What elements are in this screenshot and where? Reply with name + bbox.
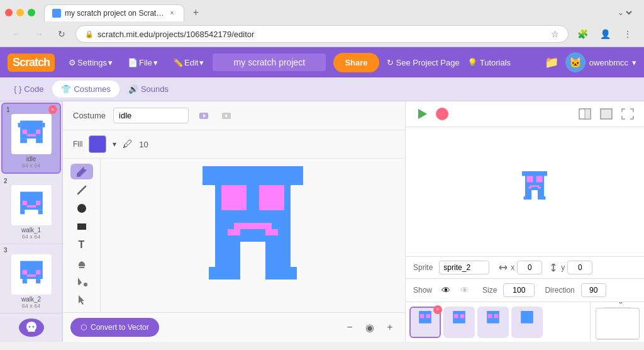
- sprite-number-3: 3: [4, 247, 8, 254]
- preview-area: [406, 127, 644, 256]
- convert-label: Convert to Vector: [91, 323, 149, 332]
- zoom-reset-button[interactable]: ◉: [362, 320, 377, 335]
- svg-rect-1: [22, 130, 26, 134]
- logo-text: Scratch: [13, 56, 50, 69]
- fill-dropdown[interactable]: ▾: [113, 140, 116, 149]
- editor-content: 1 ×: [0, 101, 644, 342]
- large-stage-icon: [600, 108, 613, 120]
- prev-costume-button[interactable]: [196, 108, 211, 123]
- stamp-tool[interactable]: [70, 255, 93, 271]
- see-project-label: See Project Page: [396, 58, 460, 67]
- edit-menu[interactable]: ✏️ Edit ▾: [167, 54, 210, 71]
- code-tab-label: Code: [24, 84, 43, 94]
- select-tool[interactable]: [70, 291, 93, 307]
- drawing-canvas[interactable]: [146, 159, 360, 312]
- bottom-sprite-4[interactable]: [511, 307, 543, 338]
- window-maximize[interactable]: [28, 9, 35, 16]
- small-stage-button[interactable]: [576, 105, 594, 123]
- bottom-delete-1[interactable]: ×: [433, 305, 442, 314]
- see-project-button[interactable]: ↻ See Project Page: [387, 58, 460, 67]
- svg-point-30: [84, 283, 87, 286]
- convert-to-vector-button[interactable]: ⬡ Convert to Vector: [70, 318, 159, 337]
- bottom-sprite-2[interactable]: [443, 307, 475, 338]
- bottom-sprite-3[interactable]: [477, 307, 509, 338]
- bottom-sprite-thumb-1: [414, 311, 436, 334]
- fill-color-picker[interactable]: [89, 135, 106, 153]
- forward-button[interactable]: →: [30, 25, 48, 43]
- refresh-button[interactable]: ↻: [53, 25, 70, 43]
- sprite-name-field[interactable]: [439, 261, 489, 274]
- costume-name-input[interactable]: [113, 108, 189, 123]
- browser-dropdown[interactable]: ⌄: [615, 8, 634, 18]
- play-button[interactable]: [413, 105, 431, 123]
- add-costume-button[interactable]: [19, 319, 44, 337]
- bookmark-icon[interactable]: ☆: [551, 29, 559, 39]
- tutorials-button[interactable]: 💡 Tutorials: [467, 58, 511, 67]
- tutorials-label: Tutorials: [480, 58, 511, 67]
- share-button[interactable]: Share: [333, 53, 379, 72]
- direction-label: Direction: [545, 286, 574, 295]
- y-field[interactable]: [567, 261, 592, 274]
- browser-tab[interactable]: my scratch project on Scrat… ×: [44, 4, 184, 21]
- svg-rect-12: [20, 210, 25, 214]
- back-button[interactable]: ←: [8, 25, 25, 43]
- show-visible-button[interactable]: 👁: [438, 283, 453, 298]
- folder-button[interactable]: 📁: [540, 51, 563, 74]
- tab-favicon: [52, 9, 61, 18]
- show-icons: 👁 👁: [438, 283, 472, 298]
- user-avatar[interactable]: 🐱 owenbmcc ▾: [565, 52, 636, 72]
- url-bar[interactable]: 🔒 scratch.mit.edu/projects/1068542179/ed…: [75, 25, 569, 43]
- sprite-preview-2: [16, 189, 47, 221]
- svg-rect-42: [265, 267, 297, 279]
- zoom-in-button[interactable]: +: [382, 320, 397, 335]
- profile-button[interactable]: 👤: [596, 25, 614, 43]
- text-tool[interactable]: T: [70, 237, 93, 252]
- menu-button[interactable]: ⋮: [619, 25, 636, 43]
- settings-menu[interactable]: ⚙ Settings ▾: [62, 54, 119, 71]
- window-close[interactable]: [5, 9, 13, 16]
- sprite-number-2: 2: [4, 178, 8, 184]
- x-field[interactable]: [517, 261, 542, 274]
- large-stage-button[interactable]: [597, 105, 615, 123]
- line-tool[interactable]: [70, 182, 93, 198]
- stop-button[interactable]: [436, 108, 448, 120]
- bulb-icon: 💡: [467, 58, 477, 67]
- bottom-sprite-1[interactable]: ×: [409, 307, 441, 338]
- tab-close-button[interactable]: ×: [167, 9, 176, 18]
- canvas-area[interactable]: [101, 159, 405, 312]
- sprite-item-1[interactable]: 1 ×: [1, 103, 61, 174]
- new-tab-button[interactable]: +: [187, 4, 204, 21]
- extensions-button[interactable]: 🧩: [574, 25, 591, 43]
- circle-tool[interactable]: [70, 200, 93, 216]
- direction-field[interactable]: [581, 283, 606, 297]
- show-hidden-button[interactable]: 👁: [457, 283, 472, 298]
- arrows-v-icon: [548, 262, 558, 273]
- sprite-item-3[interactable]: 3 walk_2 64 x 64: [0, 244, 62, 313]
- zoom-out-button[interactable]: −: [342, 320, 357, 335]
- fill-tool[interactable]: [70, 273, 93, 289]
- rect-tool[interactable]: [70, 218, 93, 234]
- sprite-delete-1[interactable]: ×: [48, 105, 57, 114]
- tab-code[interactable]: { } Code: [5, 81, 52, 98]
- sprite-name-3: walk_2: [21, 296, 41, 303]
- svg-marker-43: [418, 109, 427, 119]
- svg-rect-16: [36, 270, 40, 274]
- next-costume-button[interactable]: [219, 108, 234, 123]
- right-panel: Sprite x y Show 👁: [405, 101, 644, 342]
- size-field[interactable]: [503, 283, 535, 297]
- svg-rect-32: [203, 166, 215, 185]
- svg-rect-51: [536, 176, 542, 182]
- sprite-item-2[interactable]: 2 walk_1 64 x 64: [0, 175, 62, 244]
- project-name-input[interactable]: [213, 54, 326, 71]
- file-menu[interactable]: 📄 File ▾: [121, 54, 164, 71]
- tab-sounds[interactable]: 🔊 Sounds: [119, 81, 177, 98]
- eyedropper-tool[interactable]: 🖊: [123, 138, 133, 150]
- fullscreen-button[interactable]: [619, 105, 636, 123]
- svg-rect-63: [426, 313, 431, 318]
- tab-costumes[interactable]: 👕 Costumes: [52, 81, 119, 98]
- brush-tool[interactable]: [70, 164, 93, 179]
- window-minimize[interactable]: [16, 9, 24, 16]
- y-label: y: [561, 263, 565, 272]
- settings-chevron: ▾: [108, 58, 113, 67]
- scratch-logo[interactable]: Scratch: [8, 54, 55, 72]
